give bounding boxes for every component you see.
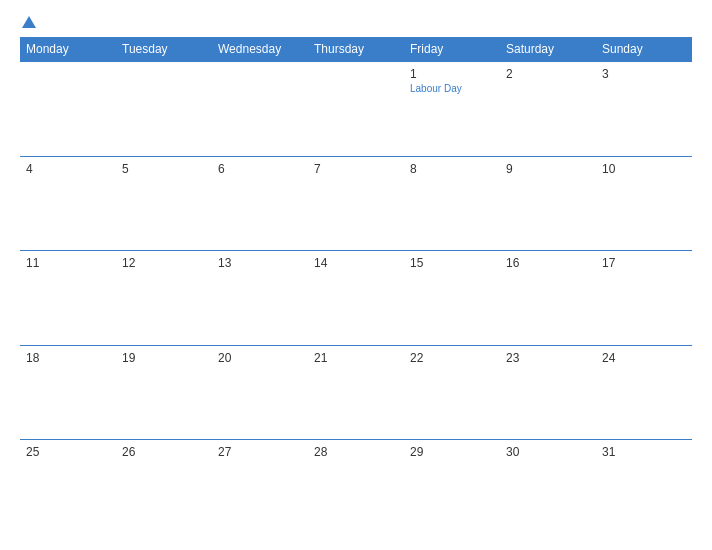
day-number: 9 (506, 162, 590, 176)
day-number: 1 (410, 67, 494, 81)
calendar-cell: 3 (596, 62, 692, 157)
day-number: 18 (26, 351, 110, 365)
calendar-cell: 5 (116, 156, 212, 251)
holiday-label: Labour Day (410, 83, 494, 94)
calendar-cell: 30 (500, 440, 596, 535)
day-number: 3 (602, 67, 686, 81)
logo-triangle-icon (22, 16, 36, 28)
day-number: 22 (410, 351, 494, 365)
calendar-cell: 13 (212, 251, 308, 346)
calendar-cell: 14 (308, 251, 404, 346)
calendar-cell: 10 (596, 156, 692, 251)
header-friday: Friday (404, 37, 500, 62)
header-saturday: Saturday (500, 37, 596, 62)
calendar-cell: 15 (404, 251, 500, 346)
day-number: 24 (602, 351, 686, 365)
header-thursday: Thursday (308, 37, 404, 62)
calendar-cell: 4 (20, 156, 116, 251)
day-number: 31 (602, 445, 686, 459)
calendar-week-2: 45678910 (20, 156, 692, 251)
calendar-cell: 7 (308, 156, 404, 251)
calendar-cell: 22 (404, 345, 500, 440)
day-number: 14 (314, 256, 398, 270)
calendar-cell: 17 (596, 251, 692, 346)
calendar-cell (20, 62, 116, 157)
calendar-cell: 24 (596, 345, 692, 440)
calendar-cell: 26 (116, 440, 212, 535)
day-number: 19 (122, 351, 206, 365)
day-number: 13 (218, 256, 302, 270)
day-number: 28 (314, 445, 398, 459)
header-tuesday: Tuesday (116, 37, 212, 62)
day-number: 23 (506, 351, 590, 365)
day-number: 7 (314, 162, 398, 176)
calendar-week-4: 18192021222324 (20, 345, 692, 440)
calendar-cell: 25 (20, 440, 116, 535)
day-number: 15 (410, 256, 494, 270)
calendar-cell: 21 (308, 345, 404, 440)
calendar-week-1: 1Labour Day23 (20, 62, 692, 157)
calendar-cell: 2 (500, 62, 596, 157)
header-wednesday: Wednesday (212, 37, 308, 62)
logo-blue-text (20, 16, 36, 29)
calendar-cell: 28 (308, 440, 404, 535)
calendar-cell: 31 (596, 440, 692, 535)
calendar-cell: 27 (212, 440, 308, 535)
calendar-cell (212, 62, 308, 157)
calendar-cell: 23 (500, 345, 596, 440)
calendar-cell: 19 (116, 345, 212, 440)
calendar-cell: 11 (20, 251, 116, 346)
calendar-cell: 18 (20, 345, 116, 440)
logo (20, 16, 36, 29)
calendar-cell: 9 (500, 156, 596, 251)
day-number: 17 (602, 256, 686, 270)
calendar-header (20, 16, 692, 29)
day-number: 6 (218, 162, 302, 176)
day-number: 16 (506, 256, 590, 270)
header-monday: Monday (20, 37, 116, 62)
day-number: 26 (122, 445, 206, 459)
day-number: 10 (602, 162, 686, 176)
day-number: 11 (26, 256, 110, 270)
day-number: 4 (26, 162, 110, 176)
day-number: 5 (122, 162, 206, 176)
header-sunday: Sunday (596, 37, 692, 62)
calendar-cell: 8 (404, 156, 500, 251)
day-number: 27 (218, 445, 302, 459)
day-number: 12 (122, 256, 206, 270)
day-number: 8 (410, 162, 494, 176)
calendar-cell: 16 (500, 251, 596, 346)
day-number: 25 (26, 445, 110, 459)
day-number: 21 (314, 351, 398, 365)
calendar-cell: 20 (212, 345, 308, 440)
calendar-cell: 29 (404, 440, 500, 535)
calendar-cell: 12 (116, 251, 212, 346)
day-number: 2 (506, 67, 590, 81)
calendar-cell: 6 (212, 156, 308, 251)
day-number: 30 (506, 445, 590, 459)
day-number: 20 (218, 351, 302, 365)
calendar-header-row: MondayTuesdayWednesdayThursdayFridaySatu… (20, 37, 692, 62)
calendar-table: MondayTuesdayWednesdayThursdayFridaySatu… (20, 37, 692, 534)
calendar-week-3: 11121314151617 (20, 251, 692, 346)
calendar-week-5: 25262728293031 (20, 440, 692, 535)
day-number: 29 (410, 445, 494, 459)
calendar-cell (116, 62, 212, 157)
calendar-cell (308, 62, 404, 157)
calendar-cell: 1Labour Day (404, 62, 500, 157)
